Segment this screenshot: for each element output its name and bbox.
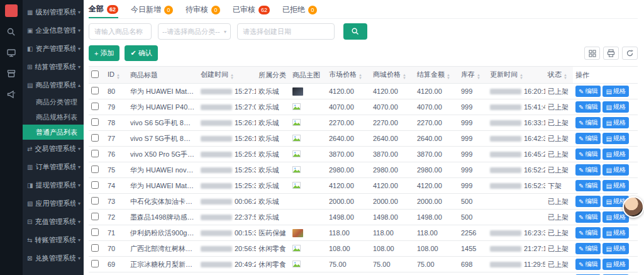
menu-item[interactable]: ◨提现管理系统▾ bbox=[23, 176, 84, 194]
megaphone-icon[interactable] bbox=[6, 89, 17, 100]
grid-columns-icon[interactable] bbox=[584, 47, 600, 60]
submenu-item[interactable]: 商品规格列表 bbox=[23, 109, 84, 125]
submenu-item[interactable]: 商品分类管理 bbox=[23, 94, 84, 109]
menu-item[interactable]: ⇄交易管理系统▾ bbox=[23, 140, 84, 158]
product-name-input[interactable] bbox=[89, 23, 152, 40]
broken-image-icon bbox=[292, 166, 301, 173]
search-button[interactable] bbox=[343, 23, 367, 40]
edit-button[interactable]: ✎编辑 bbox=[575, 101, 601, 113]
id-cell: 74 bbox=[105, 178, 128, 194]
row-checkbox[interactable] bbox=[91, 87, 99, 94]
row-checkbox[interactable] bbox=[91, 213, 99, 220]
row-checkbox[interactable] bbox=[91, 181, 99, 189]
row-checkbox[interactable] bbox=[91, 150, 99, 157]
table-row: 77vivo S7 5G手机 8GB+12...15:26:11欢乐城2640.… bbox=[89, 131, 638, 147]
menu-item[interactable]: ⊠兑换管理系统▾ bbox=[23, 249, 84, 267]
status-tab[interactable]: 今日新增0 bbox=[131, 1, 173, 18]
menu-item[interactable]: ▥订单管理系统▾ bbox=[23, 158, 84, 176]
menu-item[interactable]: ▧应用管理系统▾ bbox=[23, 194, 84, 213]
search-icon[interactable] bbox=[6, 26, 17, 38]
edit-button[interactable]: ✎编辑 bbox=[575, 259, 601, 270]
select-all-checkbox[interactable] bbox=[91, 70, 99, 78]
spec-button[interactable]: ▤规格 bbox=[602, 86, 628, 97]
menu-item[interactable]: ⊞结算管理系统▾ bbox=[23, 58, 84, 76]
status-tab[interactable]: 已审核62 bbox=[233, 1, 270, 18]
settle-amount-cell: 1498.00 bbox=[414, 210, 458, 225]
menu-item-icon: ⇄ bbox=[27, 145, 32, 152]
tab-count-badge: 0 bbox=[308, 6, 317, 14]
row-checkbox[interactable] bbox=[91, 244, 99, 252]
redacted-date bbox=[201, 89, 232, 94]
edit-button[interactable]: ✎编辑 bbox=[575, 243, 601, 254]
row-checkbox[interactable] bbox=[91, 166, 99, 173]
updated-cell: 16:42:32 bbox=[487, 131, 545, 147]
edit-button[interactable]: ✎编辑 bbox=[575, 227, 601, 239]
status-tab[interactable]: 已拒绝0 bbox=[282, 1, 317, 18]
spec-button[interactable]: ▤规格 bbox=[602, 133, 628, 144]
id-cell: 70 bbox=[105, 241, 128, 257]
create-date-input[interactable] bbox=[237, 23, 335, 40]
menu-item[interactable]: ▤商品管理系统▴ bbox=[23, 76, 84, 94]
column-header[interactable]: 市场价格▲▼ bbox=[326, 67, 370, 84]
confirm-button[interactable]: ✔ 确认 bbox=[125, 45, 157, 61]
spec-button[interactable]: ▤规格 bbox=[602, 259, 628, 270]
column-header[interactable]: 更新时间▲▼ bbox=[487, 67, 545, 84]
status-tab[interactable]: 全部62 bbox=[89, 1, 118, 18]
edit-button[interactable]: ✎编辑 bbox=[575, 180, 601, 191]
edit-button[interactable]: ✎编辑 bbox=[575, 117, 601, 128]
column-header[interactable]: 库存▲▼ bbox=[458, 67, 487, 84]
spec-button[interactable]: ▤规格 bbox=[602, 164, 628, 176]
stock-cell: 500 bbox=[458, 210, 487, 225]
column-header[interactable]: 创建时间▲▼ bbox=[198, 67, 256, 84]
title-cell: vivo S6 5G手机 8GB+12... bbox=[128, 115, 198, 131]
edit-button[interactable]: ✎编辑 bbox=[575, 133, 601, 144]
add-button[interactable]: + 添加 bbox=[89, 45, 119, 61]
menu-item[interactable]: ▦级别管理系统▾ bbox=[23, 3, 84, 21]
spec-button[interactable]: ▤规格 bbox=[602, 117, 628, 128]
sort-icon[interactable]: ▲▼ bbox=[230, 74, 234, 80]
spec-button[interactable]: ▤规格 bbox=[602, 227, 628, 239]
row-checkbox[interactable] bbox=[91, 118, 99, 126]
edit-button[interactable]: ✎编辑 bbox=[575, 164, 601, 176]
row-checkbox[interactable] bbox=[91, 134, 99, 142]
image-cell bbox=[290, 272, 326, 275]
edit-button[interactable]: ✎编辑 bbox=[575, 211, 601, 223]
menu-item[interactable]: ⊟充值管理系统▾ bbox=[23, 213, 84, 231]
spec-button[interactable]: ▤规格 bbox=[602, 243, 628, 254]
menu-item[interactable]: ▣企业信息管理▾ bbox=[23, 21, 84, 40]
row-checkbox[interactable] bbox=[91, 197, 99, 205]
sort-icon[interactable]: ▲▼ bbox=[116, 74, 120, 80]
spec-button[interactable]: ▤规格 bbox=[602, 101, 628, 113]
sort-icon[interactable]: ▲▼ bbox=[358, 74, 362, 80]
edit-button[interactable]: ✎编辑 bbox=[575, 149, 601, 160]
sort-icon[interactable]: ▲▼ bbox=[564, 74, 567, 80]
column-header[interactable]: 状态▲▼ bbox=[545, 67, 573, 84]
refresh-icon[interactable] bbox=[622, 47, 638, 60]
sort-icon[interactable]: ▲▼ bbox=[519, 74, 523, 80]
printer-icon[interactable] bbox=[603, 47, 619, 60]
sort-icon[interactable]: ▲▼ bbox=[447, 74, 450, 80]
spec-button[interactable]: ▤规格 bbox=[602, 149, 628, 160]
stock-cell: 500 bbox=[458, 194, 487, 210]
row-checkbox[interactable] bbox=[91, 103, 99, 110]
column-header[interactable]: ID▲▼ bbox=[105, 67, 128, 84]
created-cell: 00:06:21 bbox=[198, 194, 256, 210]
submenu-item[interactable]: 普通产品列表 bbox=[23, 125, 84, 140]
column-header[interactable]: 商城价格▲▼ bbox=[370, 67, 414, 84]
edit-button[interactable]: ✎编辑 bbox=[575, 196, 601, 207]
menu-item[interactable]: ◧资产管理系统▾ bbox=[23, 40, 84, 58]
spec-button[interactable]: ▤规格 bbox=[602, 180, 628, 191]
monitor-icon[interactable] bbox=[6, 47, 17, 59]
status-tab[interactable]: 待审核0 bbox=[186, 1, 220, 18]
archive-icon[interactable] bbox=[6, 68, 17, 79]
sort-icon[interactable]: ▲▼ bbox=[402, 74, 406, 80]
edit-button[interactable]: ✎编辑 bbox=[575, 86, 601, 97]
column-header[interactable]: 结算金额▲▼ bbox=[414, 67, 458, 84]
sort-icon[interactable]: ▲▼ bbox=[477, 74, 480, 80]
category-select[interactable]: --请选择商品分类-- ▾ bbox=[158, 23, 231, 40]
support-avatar[interactable] bbox=[623, 196, 644, 218]
category-cell: 休闲零食 bbox=[256, 257, 290, 272]
row-checkbox[interactable] bbox=[91, 228, 99, 236]
row-checkbox[interactable] bbox=[91, 260, 99, 267]
menu-item[interactable]: ⇆转账管理系统▾ bbox=[23, 231, 84, 249]
